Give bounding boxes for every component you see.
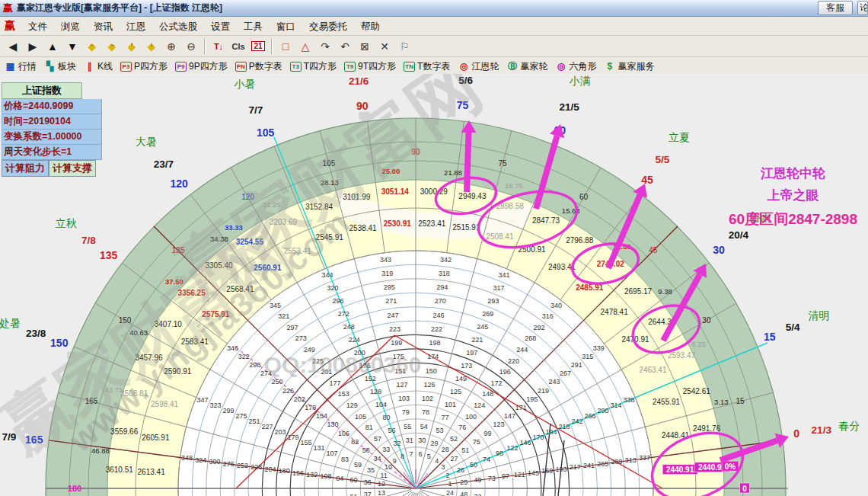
view-item-p-square[interactable]: P3P四方形: [120, 60, 168, 73]
view-item-hexagon[interactable]: ◎六角形: [555, 60, 596, 73]
up-icon[interactable]: ▲: [43, 37, 62, 56]
note-line3: 60度区间2847-2898: [729, 207, 857, 232]
svg-text:193: 193: [555, 466, 566, 473]
forward-icon[interactable]: ▶: [24, 37, 42, 56]
diamond-up-icon[interactable]: ◆↑: [123, 37, 141, 56]
svg-text:300: 300: [209, 458, 221, 466]
arc-ccw-icon[interactable]: ↶: [336, 37, 354, 56]
svg-text:294: 294: [436, 283, 448, 291]
view-item-quotes[interactable]: ▦行情: [5, 60, 37, 73]
view-item-winner-service[interactable]: $赢家服务: [604, 60, 654, 73]
svg-text:347: 347: [197, 396, 209, 404]
svg-text:84: 84: [336, 475, 343, 482]
hexagon-icon: ◎: [555, 62, 566, 72]
view-item-t-number-table[interactable]: TNT数字表: [404, 60, 450, 73]
svg-text:2542.61: 2542.61: [683, 387, 711, 395]
square-tool-icon[interactable]: □: [276, 37, 295, 56]
forum-button[interactable]: 论坛: [857, 1, 868, 15]
svg-text:97: 97: [502, 472, 509, 480]
svg-text:32: 32: [394, 440, 401, 447]
svg-text:2455.91: 2455.91: [653, 398, 681, 406]
calc-support-button[interactable]: 计算支撑: [49, 160, 96, 177]
svg-text:174: 174: [427, 353, 439, 360]
customer-service-button[interactable]: 客服: [818, 1, 853, 15]
menu-item-1[interactable]: 浏览: [54, 20, 87, 34]
svg-text:清明: 清明: [808, 309, 829, 322]
svg-text:2605.91: 2605.91: [142, 434, 170, 442]
view-item-label: 江恩轮: [471, 60, 499, 73]
diamond-down-icon[interactable]: ◆↓: [142, 37, 161, 56]
view-item-kline[interactable]: ∥K线: [84, 60, 113, 73]
menu-item-9[interactable]: 帮助: [354, 20, 387, 34]
svg-text:37: 37: [364, 491, 372, 496]
svg-text:立秋: 立秋: [56, 217, 77, 229]
annotation-note: 江恩轮中轮 上帝之眼 60度区间2847-2898: [729, 163, 857, 232]
view-item-winner-wheel[interactable]: Ⓑ赢家轮: [506, 60, 547, 73]
view-item-p-number-table[interactable]: PNP数字表: [235, 60, 282, 73]
triangle-tool-icon[interactable]: △: [296, 37, 314, 56]
svg-text:108: 108: [321, 472, 332, 480]
svg-text:36: 36: [364, 478, 372, 486]
zoom-out-icon[interactable]: ⊖: [182, 37, 200, 56]
svg-text:313: 313: [625, 456, 637, 464]
svg-text:45: 45: [641, 174, 653, 186]
svg-text:13: 13: [378, 489, 385, 496]
vertical-scale-icon[interactable]: T↓: [209, 37, 228, 56]
boxed-x-icon[interactable]: ⊠: [356, 37, 374, 56]
svg-text:105: 105: [257, 126, 275, 139]
menu-item-7[interactable]: 窗口: [270, 20, 302, 34]
svg-text:338: 338: [623, 396, 634, 404]
diamond-right-icon[interactable]: ◆→: [103, 37, 121, 56]
svg-text:227: 227: [262, 423, 273, 430]
menu-item-0[interactable]: 文件: [21, 20, 54, 34]
view-item-sectors[interactable]: ▚板块: [44, 60, 76, 73]
flag-icon[interactable]: ⚐: [395, 37, 413, 56]
svg-text:2593.47: 2593.47: [668, 351, 696, 360]
svg-text:146: 146: [519, 439, 531, 446]
svg-text:34: 34: [373, 455, 381, 462]
down-icon[interactable]: ▼: [63, 37, 81, 56]
back-icon[interactable]: ◀: [4, 37, 22, 56]
svg-text:78: 78: [422, 408, 429, 416]
svg-text:315: 315: [582, 353, 593, 360]
menu-item-3[interactable]: 江恩: [120, 20, 152, 34]
svg-text:121: 121: [514, 471, 525, 478]
calc-resistance-button[interactable]: 计算阻力: [2, 160, 49, 177]
svg-text:268: 268: [525, 334, 536, 342]
svg-text:221: 221: [471, 336, 483, 344]
svg-text:289: 289: [611, 458, 622, 466]
svg-text:243: 243: [548, 378, 560, 386]
svg-text:15: 15: [764, 331, 776, 343]
svg-text:3.13: 3.13: [714, 398, 729, 406]
view-item-t-square[interactable]: T3T四方形: [290, 60, 337, 73]
svg-text:131: 131: [314, 444, 325, 452]
cls-icon[interactable]: Cls: [229, 37, 247, 56]
calendar-icon[interactable]: 21: [249, 37, 267, 56]
menu-item-2[interactable]: 资讯: [87, 20, 120, 34]
menu-item-5[interactable]: 设置: [204, 20, 237, 34]
svg-text:198: 198: [429, 339, 441, 347]
menu-item-4[interactable]: 公式选股: [152, 20, 204, 34]
menu-item-8[interactable]: 交易委托: [302, 20, 354, 34]
menu-item-6[interactable]: 工具: [237, 20, 270, 34]
view-item-9t-square[interactable]: T99T四方形: [344, 60, 396, 73]
view-item-label: T数字表: [417, 60, 450, 73]
coefficient-row: 变换系数=1.00000: [2, 130, 102, 145]
svg-text:2523.41: 2523.41: [418, 219, 446, 228]
svg-text:21/5: 21/5: [559, 101, 579, 113]
diamond-left-icon[interactable]: ◆←: [83, 37, 101, 56]
svg-text:154: 154: [316, 412, 327, 420]
zoom-in-icon[interactable]: ⊕: [162, 37, 180, 56]
view-item-gann-wheel[interactable]: ◎江恩轮: [458, 60, 499, 73]
t-number-table-icon: TN: [404, 62, 415, 72]
svg-text:2847.73: 2847.73: [532, 216, 560, 225]
gann-wheel-chart[interactable]: 1234567891011121324252627282930313233343…: [0, 74, 868, 496]
svg-text:316: 316: [542, 312, 554, 320]
view-item-9p-square[interactable]: P99P四方形: [175, 60, 228, 73]
svg-text:99: 99: [483, 430, 491, 437]
svg-text:105: 105: [355, 413, 366, 421]
main-toolbar: ◀▶▲▼◆←◆→◆↑◆↓⊕⊖T↓Cls21□△↷↶⊠✕⚐: [0, 36, 868, 57]
svg-text:265: 265: [597, 460, 608, 468]
arc-cw-icon[interactable]: ↷: [316, 37, 334, 56]
cross-arrows-icon[interactable]: ✕: [375, 37, 394, 56]
